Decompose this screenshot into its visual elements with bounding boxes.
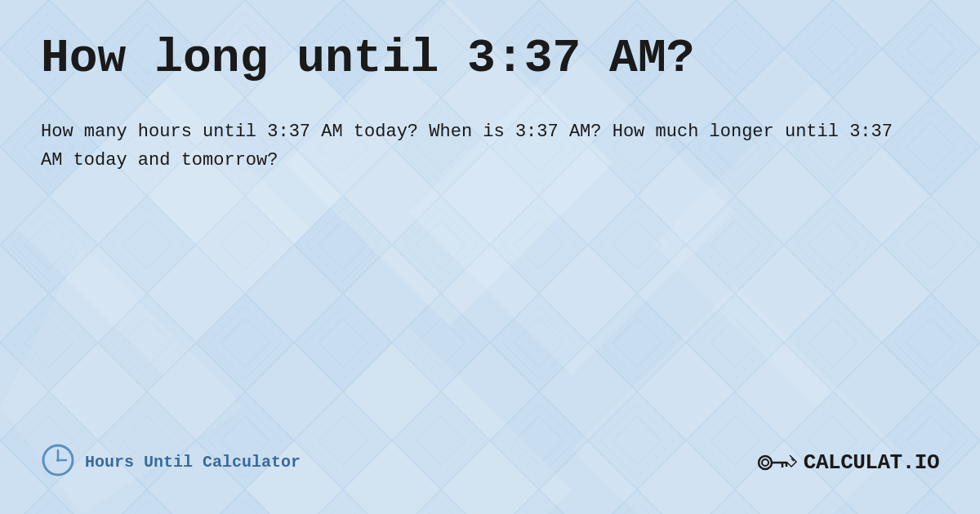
calculat-icon [755, 447, 800, 478]
calculat-logo: CALCULAT.IO [755, 447, 939, 478]
page-title: How long until 3:37 AM? [41, 33, 939, 85]
page-content: How long until 3:37 AM? How many hours u… [0, 0, 980, 514]
footer-branding-right: CALCULAT.IO [755, 447, 939, 478]
svg-point-20 [762, 459, 768, 466]
page-footer: Hours Until Calculator CALCULA [41, 443, 939, 490]
svg-point-18 [56, 459, 60, 462]
footer-branding-left: Hours Until Calculator [41, 443, 301, 481]
clock-icon [41, 443, 75, 481]
svg-point-19 [759, 456, 772, 469]
footer-calculator-label: Hours Until Calculator [85, 453, 301, 472]
page-description: How many hours until 3:37 AM today? When… [41, 117, 898, 175]
calculat-brand-text: CALCULAT.IO [804, 450, 939, 475]
